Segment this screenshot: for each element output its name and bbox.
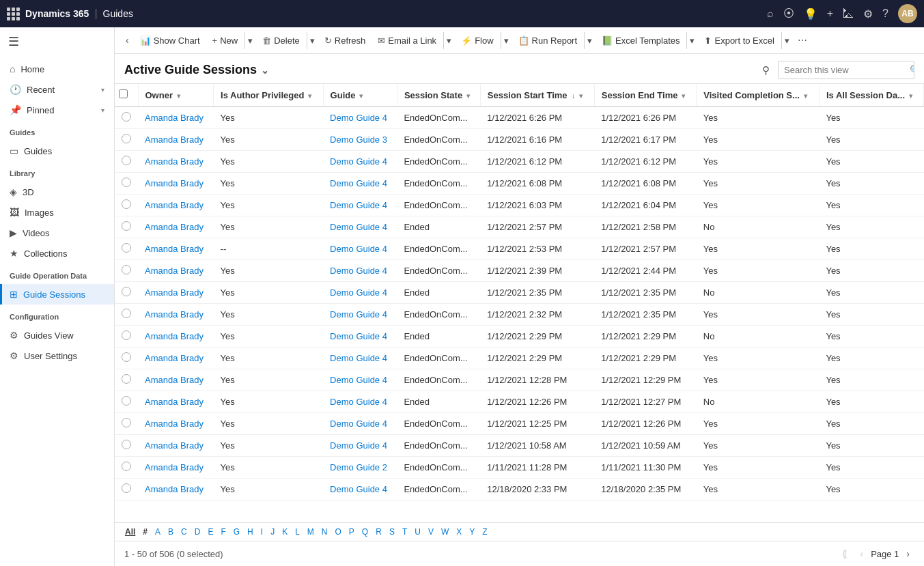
row-radio-cell[interactable]	[115, 369, 138, 391]
row-radio-1[interactable]	[122, 134, 131, 143]
col-header-visited-completion[interactable]: Visited Completion S... ▾	[697, 84, 820, 107]
row-radio-9[interactable]	[122, 309, 131, 318]
row-guide-11[interactable]: Demo Guide 4	[323, 348, 397, 369]
alpha-btn-C[interactable]: C	[178, 526, 191, 538]
alpha-btn-I[interactable]: I	[257, 526, 266, 538]
alpha-btn-F[interactable]: F	[217, 526, 229, 538]
row-guide-13[interactable]: Demo Guide 4	[323, 391, 397, 413]
settings-icon[interactable]: ⚙	[863, 8, 873, 20]
row-radio-10[interactable]	[122, 330, 131, 340]
row-radio-cell[interactable]	[115, 413, 138, 435]
first-page-button[interactable]: ⟪	[837, 546, 852, 562]
search-submit-button[interactable]: 🔍	[904, 61, 914, 79]
flow-dropdown-chevron[interactable]: ▾	[501, 32, 512, 49]
back-button[interactable]: ‹	[122, 31, 133, 49]
row-owner-12[interactable]: Amanda Brady	[138, 369, 214, 391]
alpha-btn-N[interactable]: N	[318, 526, 331, 538]
avatar[interactable]: AB	[898, 4, 917, 23]
row-radio-8[interactable]	[122, 287, 131, 296]
alpha-btn-E[interactable]: E	[204, 526, 216, 538]
export-to-excel-button[interactable]: ⬆ Export to Excel	[699, 32, 779, 49]
row-owner-14[interactable]: Amanda Brady	[138, 413, 214, 435]
row-radio-cell[interactable]	[115, 457, 138, 479]
row-guide-12[interactable]: Demo Guide 4	[323, 369, 397, 391]
view-filter-icon[interactable]: ⚲	[759, 61, 772, 79]
alpha-btn-W[interactable]: W	[438, 526, 452, 538]
run-report-chevron[interactable]: ▾	[584, 32, 595, 49]
run-report-button[interactable]: 📋 Run Report	[513, 32, 583, 49]
alpha-btn-U[interactable]: U	[411, 526, 424, 538]
sidebar-item-user-settings[interactable]: ⚙ User Settings	[0, 345, 114, 366]
show-chart-button[interactable]: 📊 Show Chart	[135, 32, 206, 49]
excel-templates-button[interactable]: 📗 Excel Templates	[596, 32, 685, 49]
row-owner-8[interactable]: Amanda Brady	[138, 282, 214, 304]
new-button[interactable]: + New	[207, 32, 244, 49]
row-owner-13[interactable]: Amanda Brady	[138, 391, 214, 413]
row-guide-1[interactable]: Demo Guide 3	[323, 129, 397, 151]
row-radio-cell[interactable]	[115, 238, 138, 260]
row-radio-cell[interactable]	[115, 304, 138, 326]
prev-page-button[interactable]: ‹	[855, 546, 868, 562]
row-owner-11[interactable]: Amanda Brady	[138, 348, 214, 369]
alpha-btn-T[interactable]: T	[399, 526, 410, 538]
row-radio-16[interactable]	[122, 462, 131, 471]
col-header-session-state[interactable]: Session State ▾	[397, 84, 480, 107]
excel-templates-chevron[interactable]: ▾	[686, 32, 697, 49]
new-dropdown-chevron[interactable]: ▾	[244, 32, 255, 49]
row-radio-6[interactable]	[122, 243, 131, 253]
alpha-btn-G[interactable]: G	[230, 526, 243, 538]
app-name[interactable]: Dynamics 365	[25, 8, 89, 19]
alpha-btn-Z[interactable]: Z	[479, 526, 490, 538]
row-radio-cell[interactable]	[115, 282, 138, 304]
row-radio-13[interactable]	[122, 396, 131, 406]
alpha-btn-Y[interactable]: Y	[466, 526, 478, 538]
question-icon[interactable]: ?	[882, 8, 888, 20]
row-radio-cell[interactable]	[115, 391, 138, 413]
row-radio-11[interactable]	[122, 352, 131, 362]
alpha-btn-V[interactable]: V	[425, 526, 437, 538]
col-header-session-start-time[interactable]: Session Start Time ↓ ▾	[480, 84, 594, 107]
more-options-button[interactable]: ⋯	[794, 31, 811, 49]
row-radio-5[interactable]	[122, 221, 131, 231]
flow-button[interactable]: ⚡ Flow	[456, 32, 499, 49]
col-header-session-end-time[interactable]: Session End Time ▾	[594, 84, 697, 107]
row-owner-5[interactable]: Amanda Brady	[138, 216, 214, 238]
select-all-checkbox[interactable]	[115, 84, 138, 107]
alpha-btn-L[interactable]: L	[292, 526, 303, 538]
sidebar-item-guides-view[interactable]: ⚙ Guides View	[0, 325, 114, 345]
row-guide-8[interactable]: Demo Guide 4	[323, 282, 397, 304]
row-guide-15[interactable]: Demo Guide 4	[323, 435, 397, 457]
row-radio-12[interactable]	[122, 374, 131, 384]
alpha-btn-M[interactable]: M	[304, 526, 318, 538]
module-name[interactable]: Guides	[103, 8, 133, 19]
alpha-btn-O[interactable]: O	[332, 526, 345, 538]
alpha-btn-P[interactable]: P	[346, 526, 358, 538]
row-radio-cell[interactable]	[115, 435, 138, 457]
row-radio-7[interactable]	[122, 265, 131, 274]
row-guide-4[interactable]: Demo Guide 4	[323, 195, 397, 216]
sidebar-item-collections[interactable]: ★ Collections	[0, 243, 114, 264]
sidebar-item-images[interactable]: 🖼 Images	[0, 202, 114, 223]
col-header-is-all-session-data[interactable]: Is All Session Da... ▾	[819, 84, 923, 107]
row-owner-6[interactable]: Amanda Brady	[138, 238, 214, 260]
row-owner-1[interactable]: Amanda Brady	[138, 129, 214, 151]
row-radio-cell[interactable]	[115, 195, 138, 216]
alpha-btn-hash[interactable]: #	[139, 526, 151, 538]
row-owner-15[interactable]: Amanda Brady	[138, 435, 214, 457]
sidebar-item-home[interactable]: ⌂ Home	[0, 59, 114, 79]
sidebar-item-3d[interactable]: ◈ 3D	[0, 182, 114, 202]
delete-dropdown-chevron[interactable]: ▾	[307, 32, 318, 49]
alpha-btn-A[interactable]: A	[152, 526, 164, 538]
col-header-owner[interactable]: Owner ▾	[138, 84, 214, 107]
alpha-btn-all[interactable]: All	[122, 526, 139, 538]
delete-button[interactable]: 🗑 Delete	[257, 32, 305, 49]
help-circle-icon[interactable]: ⦿	[783, 8, 794, 20]
view-title-dropdown-chevron[interactable]: ⌄	[261, 65, 269, 76]
col-header-is-author-privileged[interactable]: Is Author Privileged ▾	[214, 84, 324, 107]
alpha-btn-X[interactable]: X	[453, 526, 465, 538]
row-radio-4[interactable]	[122, 199, 131, 209]
next-page-button[interactable]: ›	[901, 546, 914, 562]
row-owner-7[interactable]: Amanda Brady	[138, 260, 214, 282]
row-guide-16[interactable]: Demo Guide 2	[323, 457, 397, 479]
row-owner-10[interactable]: Amanda Brady	[138, 326, 214, 348]
